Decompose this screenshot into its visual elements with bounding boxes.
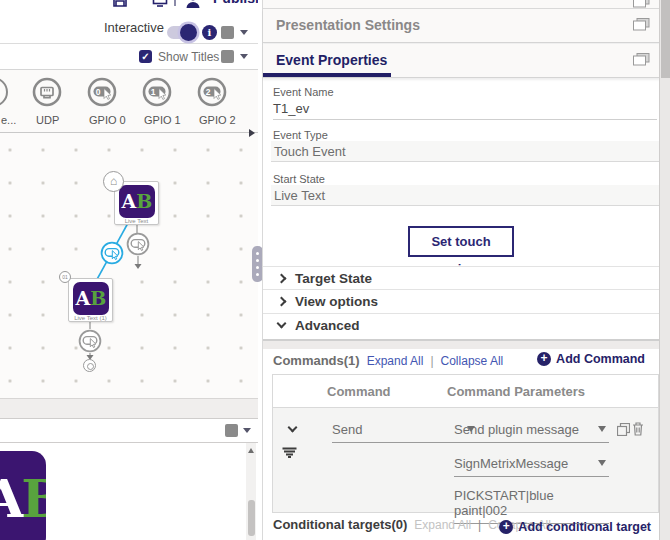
chevron-right-icon — [277, 274, 287, 284]
param-type-dropdown[interactable]: Send plugin message — [454, 422, 609, 443]
publish-button[interactable]: Publish — [213, 0, 258, 6]
preview-color-swatch[interactable] — [225, 424, 238, 437]
add-command-label: Add Command — [556, 352, 645, 366]
event-palette: e... UDP 0 GPIO 0 1 GPIO 1 — [0, 70, 258, 133]
event-type-field: Touch Event — [271, 141, 659, 162]
collapse-all-link[interactable]: Collapse All — [441, 354, 504, 368]
logo-letter-a: A — [122, 190, 137, 212]
command-order-icon[interactable] — [281, 447, 298, 458]
scroll-up-arrow[interactable] — [248, 448, 254, 453]
popout-window-icon[interactable] — [633, 53, 650, 66]
panel-collapse-arrow[interactable] — [249, 129, 255, 137]
plugin-message-value: PICKSTART|blue paint|002 — [454, 488, 554, 518]
plugin-dropdown[interactable]: SignMetrixMessage — [454, 456, 609, 477]
row-expand-chevron[interactable] — [288, 423, 298, 433]
editor-left-panel: Publish Interactive i ✓ Show Titles e... — [0, 0, 258, 540]
toolbar-separator — [174, 0, 176, 6]
duplicate-command-icon[interactable] — [617, 423, 630, 436]
interactive-row: Interactive i — [0, 11, 258, 44]
chevron-down-icon[interactable] — [240, 30, 248, 35]
delete-command-icon[interactable] — [632, 422, 644, 436]
popout-window-icon[interactable] — [633, 18, 650, 31]
expand-all-link-disabled: Expand All — [414, 518, 471, 532]
popout-window-icon[interactable] — [633, 0, 650, 8]
preview-icon[interactable] — [152, 0, 168, 8]
gpio-number: 1 — [151, 87, 156, 97]
logo-letter-b: B — [136, 190, 152, 212]
active-tab-indicator — [263, 73, 391, 77]
add-command-button[interactable]: + Add Command — [537, 352, 645, 366]
commands-table-header: Command Command Parameters — [273, 375, 658, 408]
set-touch-regions-button[interactable]: Set touch regions — [408, 226, 514, 257]
section-advanced[interactable]: Advanced — [263, 314, 660, 340]
event-name-label: Event Name — [273, 86, 334, 98]
link-separator: | — [430, 354, 433, 368]
param-type-value: Send plugin message — [454, 422, 579, 437]
palette-item-label: e... — [1, 114, 16, 126]
column-command: Command — [327, 384, 391, 399]
save-icon[interactable] — [112, 0, 128, 8]
window-scrollbar[interactable] — [659, 0, 670, 540]
commands-title: Commands(1) — [273, 353, 360, 368]
interactive-toggle-knob[interactable] — [180, 24, 197, 41]
commands-table: Command Command Parameters Send Send plu… — [272, 374, 659, 513]
section-target-state[interactable]: Target State — [263, 266, 660, 290]
tab-event-properties[interactable]: Event Properties — [263, 44, 660, 78]
top-toolbar: Publish — [0, 0, 258, 11]
home-state-icon[interactable]: ⌂ — [103, 171, 124, 192]
node-label: Live Text — [115, 218, 158, 224]
expand-all-link[interactable]: Expand All — [367, 354, 424, 368]
node-order-badge: 01 — [59, 271, 71, 283]
connector-lines — [0, 133, 258, 398]
live-text-thumbnail: AB — [119, 185, 155, 218]
touch-event-icon[interactable] — [126, 232, 150, 256]
titles-color-swatch[interactable] — [221, 50, 234, 63]
gpio1-icon[interactable]: 1 — [142, 77, 172, 107]
touch-event-icon-selected[interactable] — [100, 241, 124, 265]
gpio-number: 0 — [96, 87, 101, 97]
zone-color-swatch[interactable] — [221, 26, 234, 39]
tab-presentation-settings[interactable]: Presentation Settings — [263, 9, 660, 43]
touch-event-icon[interactable] — [78, 329, 102, 353]
state-canvas[interactable]: AB Live Text ⌂ AB Live Text (1) 01 — [0, 133, 258, 398]
presentation-settings-title: Presentation Settings — [276, 17, 420, 33]
live-text-preview-tile[interactable]: AB — [0, 451, 46, 540]
plus-icon: + — [499, 520, 513, 534]
section-view-options[interactable]: View options — [263, 290, 660, 314]
logo-letter-a: A — [0, 468, 21, 529]
zone-preview-panel: AB — [0, 443, 258, 540]
state-node-live-text-1[interactable]: AB Live Text (1) — [68, 278, 113, 322]
event-properties-title: Event Properties — [276, 52, 387, 68]
add-conditional-target-label: Add conditional target — [518, 520, 651, 534]
dropdown-caret — [598, 460, 606, 466]
touch-target-icon[interactable] — [83, 359, 96, 372]
chevron-down-icon — [277, 319, 287, 329]
chevron-down-icon[interactable] — [243, 428, 251, 433]
chevron-down-icon[interactable] — [240, 54, 248, 59]
event-name-input[interactable]: T1_ev — [273, 101, 657, 120]
add-conditional-target-button[interactable]: + Add conditional target — [499, 520, 651, 534]
gpio-number: 2 — [206, 87, 211, 97]
section-label: View options — [295, 294, 378, 309]
palette-item-label: UDP — [36, 114, 59, 126]
top-toolbar-clipped: Publish — [0, 0, 258, 11]
palette-item-label: GPIO 2 — [199, 114, 236, 126]
dropdown-caret — [598, 426, 606, 432]
logo-letter-b: B — [90, 287, 106, 309]
palette-item-label: GPIO 1 — [144, 114, 181, 126]
udp-icon[interactable] — [32, 77, 62, 107]
node-label: Live Text (1) — [69, 315, 112, 321]
chevron-right-icon — [277, 297, 287, 307]
publish-user-icon[interactable] — [184, 0, 202, 9]
gpio2-icon[interactable]: 2 — [197, 77, 227, 107]
gpio0-icon[interactable]: 0 — [87, 77, 117, 107]
plus-icon: + — [537, 352, 551, 366]
preview-toolbar — [0, 419, 258, 443]
palette-item-label: GPIO 0 — [89, 114, 126, 126]
scrollbar-thumb[interactable] — [661, 0, 670, 78]
scrollbar-thumb[interactable] — [248, 500, 255, 536]
info-icon[interactable]: i — [202, 25, 217, 40]
show-titles-checkbox[interactable]: ✓ — [139, 50, 152, 63]
vertical-scrollbar[interactable] — [246, 443, 256, 540]
palette-item-partial-icon[interactable] — [0, 77, 8, 107]
